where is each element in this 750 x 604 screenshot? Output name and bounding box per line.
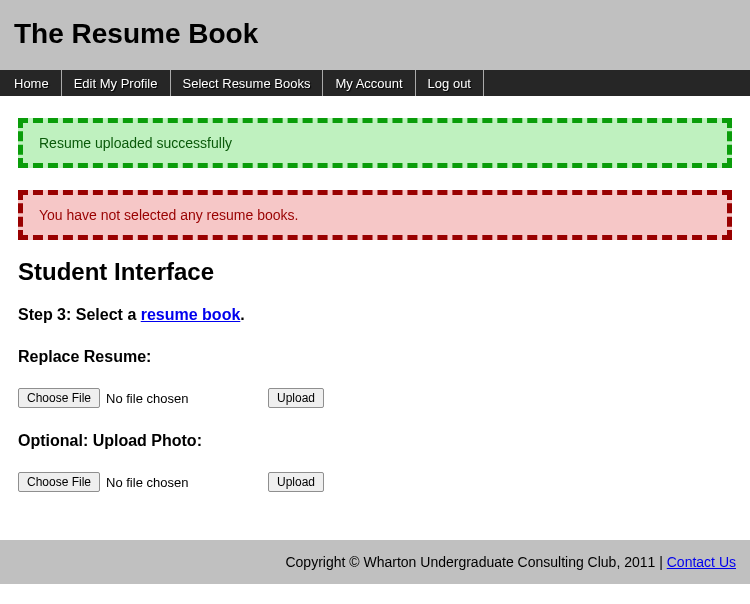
success-text: Resume uploaded successfully [39, 135, 232, 151]
photo-file-status: No file chosen [106, 475, 188, 490]
header: The Resume Book [0, 0, 750, 70]
error-message: You have not selected any resume books. [18, 190, 732, 240]
error-text: You have not selected any resume books. [39, 207, 298, 223]
nav-home[interactable]: Home [0, 70, 62, 96]
contact-us-link[interactable]: Contact Us [667, 554, 736, 570]
nav-my-account[interactable]: My Account [323, 70, 415, 96]
resume-file-status: No file chosen [106, 391, 188, 406]
resume-file-row: Choose File No file chosen Upload [18, 388, 732, 408]
nav-select-resume-books[interactable]: Select Resume Books [171, 70, 324, 96]
upload-photo-button[interactable]: Upload [268, 472, 324, 492]
page-title: Student Interface [18, 258, 732, 286]
success-message: Resume uploaded successfully [18, 118, 732, 168]
upload-photo-label: Optional: Upload Photo: [18, 432, 732, 450]
upload-resume-button[interactable]: Upload [268, 388, 324, 408]
main-content: Resume uploaded successfully You have no… [0, 118, 750, 512]
step-line: Step 3: Select a resume book. [18, 306, 732, 324]
resume-file-control: Choose File No file chosen [18, 388, 268, 408]
resume-book-link[interactable]: resume book [141, 306, 241, 323]
nav-edit-profile[interactable]: Edit My Profile [62, 70, 171, 96]
nav-log-out[interactable]: Log out [416, 70, 484, 96]
choose-file-resume-button[interactable]: Choose File [18, 388, 100, 408]
choose-file-photo-button[interactable]: Choose File [18, 472, 100, 492]
site-title: The Resume Book [14, 18, 736, 50]
footer: Copyright © Wharton Undergraduate Consul… [0, 540, 750, 584]
photo-file-row: Choose File No file chosen Upload [18, 472, 732, 492]
navbar: Home Edit My Profile Select Resume Books… [0, 70, 750, 96]
step-suffix: . [240, 306, 244, 323]
footer-text: Copyright © Wharton Undergraduate Consul… [285, 554, 666, 570]
step-prefix: Step 3: Select a [18, 306, 141, 323]
photo-file-control: Choose File No file chosen [18, 472, 268, 492]
replace-resume-label: Replace Resume: [18, 348, 732, 366]
